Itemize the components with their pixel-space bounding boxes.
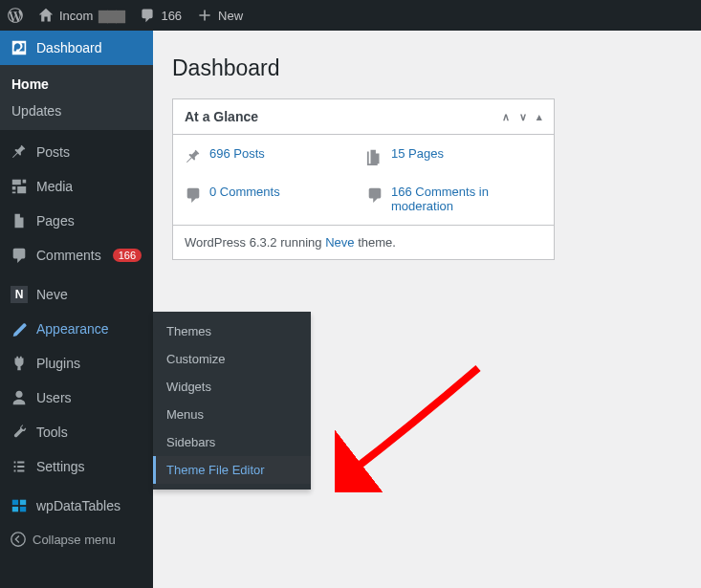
users-icon (10, 388, 29, 407)
stat-comments-link[interactable]: 0 Comments (209, 185, 280, 199)
home-icon (38, 8, 54, 23)
stat-pages: 15 Pages (366, 146, 529, 165)
menu-plugins[interactable]: Plugins (0, 346, 153, 381)
admin-bar: Incom ▇▇▇ 166 New (0, 0, 701, 31)
move-up-icon[interactable]: ∧ (502, 111, 510, 123)
move-down-icon[interactable]: ∨ (519, 111, 527, 123)
collapse-label: Collapse menu (33, 533, 116, 547)
flyout-theme-file-editor[interactable]: Theme File Editor (153, 456, 311, 484)
neve-icon: N (10, 285, 29, 304)
comment-icon (185, 186, 202, 204)
stat-comments: 0 Comments (185, 185, 347, 213)
site-name-link[interactable]: Incom ▇▇▇ (31, 0, 132, 31)
plugins-icon (10, 354, 29, 373)
menu-plugins-label: Plugins (36, 356, 80, 371)
svg-rect-2 (12, 507, 18, 512)
svg-rect-0 (12, 500, 18, 505)
stat-posts: 696 Posts (185, 146, 347, 165)
menu-media-label: Media (36, 179, 73, 194)
flyout-themes[interactable]: Themes (153, 317, 311, 345)
toggle-icon[interactable]: ▴ (537, 111, 542, 123)
collapse-menu[interactable]: Collapse menu (0, 523, 153, 555)
stat-posts-link[interactable]: 696 Posts (209, 146, 265, 161)
adminbar-new[interactable]: New (189, 0, 251, 31)
menu-appearance[interactable]: Appearance Themes Customize Widgets Menu… (0, 312, 153, 346)
dashboard-icon (10, 38, 29, 57)
page-title: Dashboard (172, 55, 682, 81)
collapse-icon (10, 531, 27, 548)
menu-comments[interactable]: Comments166 (0, 238, 153, 272)
flyout-widgets[interactable]: Widgets (153, 373, 311, 401)
svg-rect-1 (20, 500, 26, 505)
menu-appearance-label: Appearance (36, 321, 109, 337)
comments-icon (10, 246, 29, 265)
appearance-flyout: Themes Customize Widgets Menus Sidebars … (153, 312, 311, 490)
wp-logo[interactable] (0, 0, 31, 31)
stat-moderation: 166 Comments in moderation (366, 185, 529, 213)
adminbar-new-label: New (218, 9, 243, 23)
stat-pages-link[interactable]: 15 Pages (391, 146, 444, 161)
flyout-sidebars[interactable]: Sidebars (153, 428, 311, 456)
stat-moderation-link[interactable]: 166 Comments in moderation (391, 185, 529, 213)
main-content: Dashboard At a Glance ∧ ∨ ▴ 696 Posts (153, 31, 701, 588)
admin-sidebar: Dashboard Home Updates Posts Media Pages… (0, 31, 153, 588)
menu-users[interactable]: Users (0, 381, 153, 415)
at-a-glance-box: At a Glance ∧ ∨ ▴ 696 Posts 15 Pages (172, 98, 555, 260)
menu-posts-label: Posts (36, 144, 70, 160)
flyout-menus[interactable]: Menus (153, 401, 311, 428)
menu-tools-label: Tools (36, 425, 68, 440)
menu-settings-label: Settings (36, 459, 85, 474)
pin-icon (10, 142, 29, 162)
submenu-updates[interactable]: Updates (0, 98, 153, 124)
svg-point-4 (11, 533, 25, 546)
theme-link[interactable]: Neve (325, 235, 354, 250)
comment-icon (140, 8, 155, 23)
pin-icon (185, 148, 202, 165)
menu-wpdatatables[interactable]: wpDataTables (0, 489, 153, 523)
pages-icon (366, 148, 383, 165)
comments-badge: 166 (113, 249, 142, 262)
menu-neve-label: Neve (36, 287, 68, 302)
svg-rect-3 (20, 507, 26, 512)
glance-heading: At a Glance (185, 109, 258, 124)
menu-dashboard-label: Dashboard (36, 40, 102, 55)
menu-pages-label: Pages (36, 213, 75, 229)
submenu-home[interactable]: Home (0, 71, 153, 98)
settings-icon (10, 457, 29, 476)
flyout-customize[interactable]: Customize (153, 345, 311, 373)
menu-settings[interactable]: Settings (0, 449, 153, 484)
wpdatatables-icon (10, 496, 29, 515)
media-icon (10, 177, 29, 196)
menu-media[interactable]: Media (0, 169, 153, 204)
tools-icon (10, 423, 29, 442)
menu-neve[interactable]: NNeve (0, 277, 153, 312)
appearance-icon (10, 319, 29, 338)
wordpress-icon (8, 8, 23, 23)
plus-icon (197, 8, 212, 23)
menu-wpdatatables-label: wpDataTables (36, 498, 120, 513)
menu-comments-label: Comments (36, 248, 101, 263)
adminbar-comments[interactable]: 166 (132, 0, 189, 31)
adminbar-comments-count: 166 (161, 9, 182, 23)
menu-pages[interactable]: Pages (0, 204, 153, 238)
pages-icon (10, 211, 29, 230)
menu-dashboard[interactable]: Dashboard Home Updates (0, 31, 153, 130)
menu-posts[interactable]: Posts (0, 135, 153, 169)
menu-users-label: Users (36, 390, 72, 405)
site-name-text: Incom (59, 9, 93, 23)
comment-mod-icon (366, 186, 383, 204)
menu-tools[interactable]: Tools (0, 415, 153, 449)
wp-version-text: WordPress 6.3.2 running Neve theme. (173, 225, 554, 259)
